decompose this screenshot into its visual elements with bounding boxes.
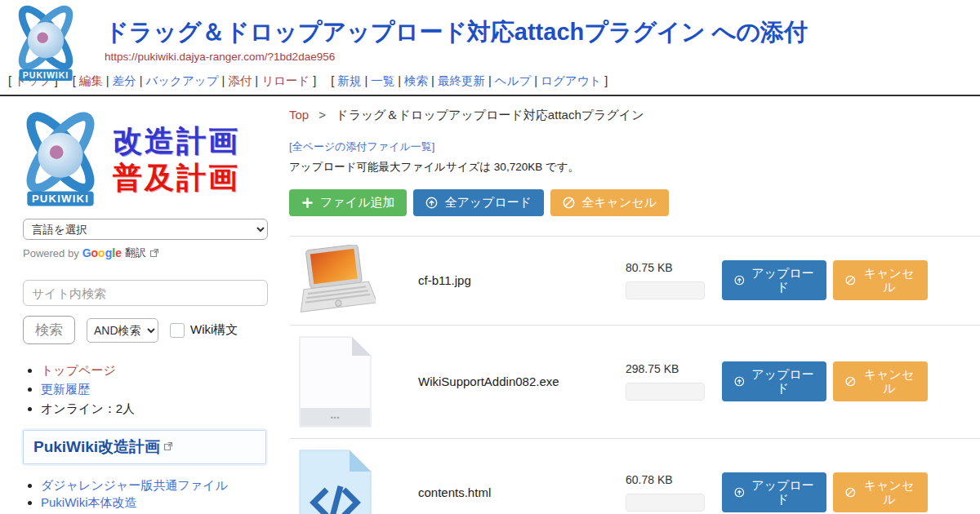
svg-text:...: ... — [330, 408, 340, 421]
nav-item-recent[interactable]: 最終更新 — [438, 74, 485, 87]
pipe: | — [488, 74, 492, 87]
pipe: | — [398, 74, 401, 87]
logo-kaizo-keikaku: 改造計画 — [113, 122, 240, 159]
upload-button[interactable]: アップロード — [722, 472, 826, 512]
top-navigation: [ トップ ] [ 編集 | 差分 | バックアップ | 添付 | リロード ]… — [0, 73, 980, 96]
list-item: 更新履歴 — [41, 381, 283, 397]
sidebar-item-core-mods[interactable]: PukiWiki本体改造 — [41, 495, 137, 509]
search-mode-select[interactable]: AND検索 — [87, 318, 158, 343]
cancel-button[interactable]: キャンセル — [833, 472, 928, 512]
page-url-link[interactable]: https://pukiwiki.dajya-ranger.com/?1bd2d… — [105, 51, 335, 63]
bracket: ] — [313, 74, 316, 87]
upload-toolbar: ファイル追加 全アップロード 全キャンセル — [289, 189, 980, 216]
nav-item-backup[interactable]: バックアップ — [145, 74, 218, 87]
sidebar-quick-links: トップページ 更新履歴 オンライン：2人 — [23, 362, 283, 417]
all-pages-attach-list-link[interactable]: [全ページの添付ファイル一覧] — [289, 140, 434, 153]
bracket: ] — [604, 74, 608, 87]
file-name: cf-b11.jpg — [381, 273, 626, 287]
nav-item-search[interactable]: 検索 — [404, 74, 428, 87]
nav-item-attach[interactable]: 添付 — [228, 74, 252, 87]
site-search-input[interactable] — [23, 280, 268, 306]
search-button[interactable]: 検索 — [23, 316, 75, 344]
file-list: cf-b11.jpg 80.75 KB アップロード — [289, 236, 980, 514]
pipe: | — [140, 74, 143, 87]
nav-item-new[interactable]: 新規 — [337, 74, 361, 87]
cancel-all-button[interactable]: 全キャンセル — [550, 189, 669, 216]
file-size: 80.75 KB — [626, 261, 722, 274]
nav-group-page: [ 編集 | 差分 | バックアップ | 添付 | リロード ] — [73, 74, 320, 87]
google-translate-attribution: Powered by Google 翻訳 — [23, 246, 283, 260]
file-name: contents.html — [381, 485, 626, 499]
pipe: | — [364, 74, 368, 87]
sidebar: PUKIWIKI 改造計画 普及計画 言語を選択 Powered by Goog… — [0, 106, 283, 514]
sidebar-item-update-history[interactable]: 更新履歴 — [41, 382, 90, 396]
cancel-button[interactable]: キャンセル — [833, 361, 928, 401]
pipe: | — [534, 74, 537, 87]
pipe: | — [106, 74, 109, 87]
list-item: オンライン：2人 — [41, 401, 283, 417]
wiki-syntax-checkbox[interactable] — [170, 323, 185, 338]
search-controls: 検索 AND検索 Wiki構文 — [23, 316, 283, 344]
nav-item-diff[interactable]: 差分 — [113, 74, 136, 87]
file-size: 60.78 KB — [626, 473, 722, 486]
external-link-icon — [163, 441, 173, 451]
breadcrumb-separator: > — [318, 108, 326, 122]
sidebar-section-header[interactable]: PukiWiki改造計画 — [23, 430, 266, 464]
file-row: cf-b11.jpg 80.75 KB アップロード — [289, 236, 980, 325]
add-files-button[interactable]: ファイル追加 — [289, 189, 407, 216]
plus-icon — [301, 197, 314, 209]
pipe: | — [431, 74, 434, 87]
max-upload-size-text: アップロード可能最大ファイルサイズは 30,720KB です。 — [289, 160, 980, 175]
upload-circle-icon — [734, 486, 745, 498]
pukiwiki-brand-text: PUKIWIKI — [23, 70, 69, 80]
upload-button[interactable]: アップロード — [722, 260, 826, 300]
upload-all-button[interactable]: 全アップロード — [413, 189, 544, 216]
logo-fukyu-keikaku: 普及計画 — [113, 159, 240, 196]
pipe: | — [255, 74, 258, 87]
file-size: 298.75 KB — [626, 362, 722, 375]
file-row: contents.html 60.78 KB アップロード — [289, 438, 980, 514]
breadcrumb: Top > ドラッグ＆ドロップアップロード対応attachプラグイン — [289, 108, 980, 123]
pukiwiki-atom-logo-icon[interactable]: PUKIWIKI — [7, 3, 85, 83]
cancel-circle-icon — [845, 375, 856, 388]
cancel-circle-icon — [845, 486, 856, 498]
pipe: | — [222, 74, 225, 87]
laptop-thumbnail-image — [294, 245, 376, 317]
sidebar-logo[interactable]: PUKIWIKI 改造計画 普及計画 — [11, 109, 283, 209]
google-logo[interactable]: Google — [82, 246, 122, 259]
file-row: ... WikiSupportAddin082.exe 298.75 KB アッ… — [289, 325, 980, 438]
bracket: [ — [331, 74, 334, 87]
upload-button[interactable]: アップロード — [722, 361, 826, 401]
nav-item-list[interactable]: 一覧 — [371, 74, 394, 87]
sidebar-online-count: オンライン：2人 — [41, 401, 135, 415]
upload-progress-bar — [626, 281, 705, 299]
upload-progress-bar — [626, 383, 705, 401]
language-select[interactable]: 言語を選択 — [23, 219, 268, 240]
list-item: トップページ — [41, 362, 283, 379]
pukiwiki-brand-text: PUKIWIKI — [32, 193, 89, 205]
cancel-circle-icon — [845, 274, 856, 286]
translate-label: 翻訳 — [125, 246, 146, 260]
nav-item-help[interactable]: ヘルプ — [495, 74, 532, 87]
list-item: ダジャレンジャー版共通ファイル — [41, 477, 268, 494]
html-file-icon — [296, 447, 374, 514]
nav-item-logout[interactable]: ログアウト — [541, 74, 601, 87]
list-item: PukiWiki本体改造 — [41, 494, 268, 511]
breadcrumb-root-link[interactable]: Top — [289, 108, 309, 122]
pukiwiki-atom-logo-icon: PUKIWIKI — [11, 109, 109, 209]
file-name: WikiSupportAddin082.exe — [381, 374, 626, 388]
upload-progress-bar — [626, 494, 705, 512]
page-title: ドラッグ＆ドロップアップロード対応attachプラグイン への添付 — [105, 0, 980, 49]
powered-by-label: Powered by — [23, 247, 79, 259]
generic-file-icon: ... — [296, 334, 374, 430]
sidebar-main-links: ダジャレンジャー版共通ファイル PukiWiki本体改造 PukiWikiテキス… — [23, 477, 268, 514]
cancel-button[interactable]: キャンセル — [833, 260, 928, 300]
upload-circle-icon — [734, 375, 745, 388]
sidebar-item-common-files[interactable]: ダジャレンジャー版共通ファイル — [41, 478, 228, 492]
nav-item-reload[interactable]: リロード — [261, 74, 310, 87]
main-content: Top > ドラッグ＆ドロップアップロード対応attachプラグイン [全ページ… — [283, 106, 980, 514]
sidebar-logo-text: 改造計画 普及計画 — [113, 122, 240, 196]
cancel-circle-icon — [563, 197, 575, 209]
wiki-syntax-label: Wiki構文 — [190, 322, 238, 338]
sidebar-item-top-page[interactable]: トップページ — [41, 363, 116, 377]
